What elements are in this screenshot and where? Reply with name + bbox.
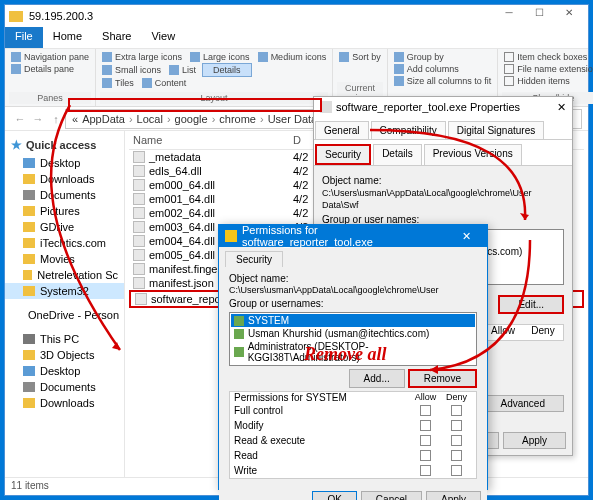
properties-tabs: General Compatibility Digital Signatures (314, 117, 572, 140)
permissions-close-button[interactable]: ✕ (451, 230, 481, 243)
sidebar-this-pc[interactable]: This PC (5, 331, 124, 347)
ribbon-group-panes: Panes (9, 92, 91, 104)
sidebar-item-documents2[interactable]: Documents (5, 379, 124, 395)
sidebar-item-netrelevation[interactable]: Netrelevation Sc (5, 267, 124, 283)
sidebar-item-itechtics[interactable]: iTechtics.com (5, 235, 124, 251)
tab-view[interactable]: View (141, 27, 185, 48)
allow-checkbox[interactable] (420, 450, 431, 461)
minimize-button[interactable]: ─ (494, 7, 524, 25)
deny-checkbox[interactable] (451, 465, 462, 476)
sidebar: ★Quick access Desktop Downloads Document… (5, 131, 125, 477)
user-item[interactable]: Administrators (DESKTOP-KGGI38T\Administ… (231, 340, 475, 364)
ribbon-group-layout: Layout (100, 92, 328, 104)
navigation-pane-button[interactable]: Navigation pane (9, 51, 91, 63)
permission-row: Modify (230, 418, 476, 433)
sidebar-item-downloads[interactable]: Downloads (5, 171, 124, 187)
perms-ok-button[interactable]: OK (312, 491, 356, 500)
layout-list[interactable]: List (167, 63, 198, 77)
tab-details[interactable]: Details (373, 144, 422, 165)
deny-checkbox[interactable] (451, 420, 462, 431)
sidebar-item-documents[interactable]: Documents (5, 187, 124, 203)
permissions-titlebar: Permissions for software_reporter_tool.e… (219, 225, 487, 247)
properties-close-button[interactable]: ✕ (557, 101, 566, 114)
tab-previous-versions[interactable]: Previous Versions (424, 144, 522, 165)
sidebar-item-system32[interactable]: System32 (5, 283, 124, 299)
tab-home[interactable]: Home (43, 27, 92, 48)
advanced-button[interactable]: Advanced (482, 395, 564, 412)
sidebar-onedrive[interactable]: OneDrive - Person (5, 307, 124, 323)
sidebar-item-desktop2[interactable]: Desktop (5, 363, 124, 379)
close-button[interactable]: ✕ (554, 7, 584, 25)
sort-by-button[interactable]: Sort by (337, 51, 383, 63)
tab-compatibility[interactable]: Compatibility (371, 121, 446, 139)
hidden-items-toggle[interactable]: Hidden items (502, 75, 593, 87)
allow-checkbox[interactable] (420, 435, 431, 446)
props-apply-button[interactable]: Apply (503, 432, 566, 449)
sidebar-item-movies[interactable]: Movies (5, 251, 124, 267)
item-checkboxes-toggle[interactable]: Item check boxes (502, 51, 593, 63)
layout-m-icons[interactable]: Medium icons (256, 51, 329, 63)
layout-l-icons[interactable]: Large icons (188, 51, 252, 63)
tab-share[interactable]: Share (92, 27, 141, 48)
remove-button[interactable]: Remove (408, 369, 477, 388)
layout-xl-icons[interactable]: Extra large icons (100, 51, 184, 63)
maximize-button[interactable]: ☐ (524, 7, 554, 25)
group-by-button[interactable]: Group by (392, 51, 494, 63)
sidebar-item-desktop[interactable]: Desktop (5, 155, 124, 171)
tab-digital-signatures[interactable]: Digital Signatures (448, 121, 544, 139)
perms-cancel-button[interactable]: Cancel (361, 491, 422, 500)
edit-button[interactable]: Edit... (498, 295, 564, 314)
deny-checkbox[interactable] (451, 435, 462, 446)
tab-file[interactable]: File (5, 27, 43, 48)
permission-row: Full control (230, 403, 476, 418)
tab-general[interactable]: General (315, 121, 369, 139)
menubar: File Home Share View (5, 27, 588, 49)
permission-row: Read (230, 448, 476, 463)
permission-row: Write (230, 463, 476, 478)
back-button[interactable]: ← (11, 113, 29, 125)
perms-apply-button[interactable]: Apply (426, 491, 481, 500)
layout-details[interactable]: Details (202, 63, 252, 77)
sidebar-item-3dobjects[interactable]: 3D Objects (5, 347, 124, 363)
permissions-dialog: Permissions for software_reporter_tool.e… (218, 224, 488, 490)
deny-checkbox[interactable] (451, 405, 462, 416)
file-extensions-toggle[interactable]: File name extensions (502, 63, 593, 75)
folder-icon (9, 11, 23, 22)
permissions-tab-security[interactable]: Security (225, 251, 283, 267)
user-item[interactable]: SYSTEM (231, 314, 475, 327)
deny-checkbox[interactable] (451, 450, 462, 461)
allow-checkbox[interactable] (420, 405, 431, 416)
properties-titlebar: software_reporter_tool.exe Properties ✕ (314, 97, 572, 117)
sidebar-item-downloads2[interactable]: Downloads (5, 395, 124, 411)
tab-security[interactable]: Security (315, 144, 371, 165)
add-button[interactable]: Add... (349, 369, 405, 388)
shield-icon (225, 230, 237, 242)
user-item[interactable]: Usman Khurshid (usman@itechtics.com) (231, 327, 475, 340)
forward-button[interactable]: → (29, 113, 47, 125)
titlebar: 59.195.200.3 ─ ☐ ✕ (5, 5, 588, 27)
allow-checkbox[interactable] (420, 465, 431, 476)
layout-s-icons[interactable]: Small icons (100, 63, 163, 77)
allow-checkbox[interactable] (420, 420, 431, 431)
details-pane-button[interactable]: Details pane (9, 63, 91, 75)
up-button[interactable]: ↑ (47, 113, 65, 125)
permission-row: Read & execute (230, 433, 476, 448)
size-columns-button[interactable]: Size all columns to fit (392, 75, 494, 87)
add-columns-button[interactable]: Add columns (392, 63, 494, 75)
layout-content[interactable]: Content (140, 77, 189, 89)
sidebar-item-pictures[interactable]: Pictures (5, 203, 124, 219)
window-title: 59.195.200.3 (29, 10, 93, 22)
layout-tiles[interactable]: Tiles (100, 77, 136, 89)
sidebar-quick-access[interactable]: ★Quick access (5, 135, 124, 155)
sidebar-item-gdrive[interactable]: GDrive (5, 219, 124, 235)
permissions-users-listbox[interactable]: SYSTEMUsman Khurshid (usman@itechtics.co… (229, 312, 477, 366)
